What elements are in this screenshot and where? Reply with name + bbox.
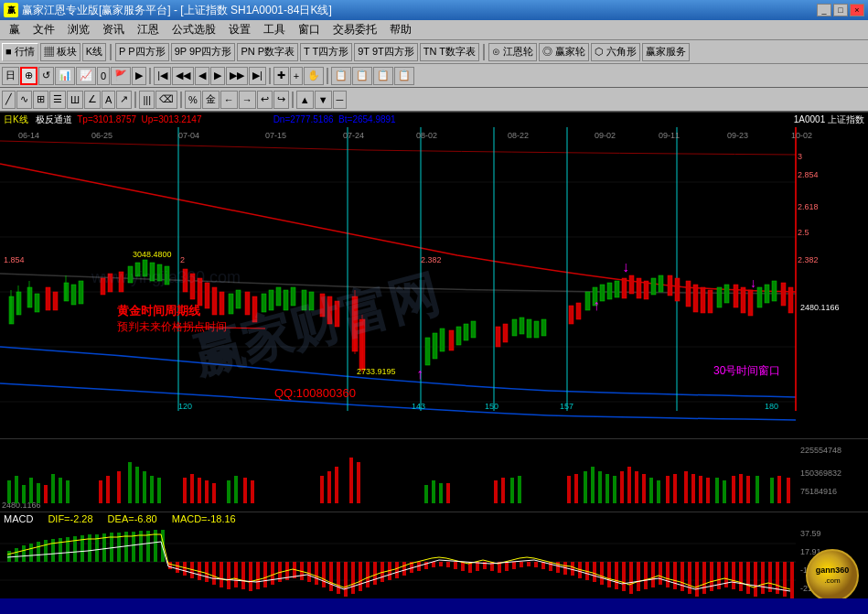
nav-prev-start[interactable]: |◀ bbox=[154, 67, 171, 85]
menu-file[interactable]: 文件 bbox=[27, 20, 60, 39]
draw-candle[interactable]: ||| bbox=[139, 91, 155, 109]
close-button[interactable]: × bbox=[850, 4, 864, 16]
btn-jel[interactable]: ⊙ 江恩轮 bbox=[488, 43, 537, 61]
draw-wave[interactable]: ∿ bbox=[16, 91, 32, 109]
menu-win[interactable]: 赢 bbox=[4, 20, 26, 39]
btn-9t4[interactable]: 9T 9T四方形 bbox=[354, 43, 418, 61]
btn-bk[interactable]: ▦ 板块 bbox=[40, 43, 80, 61]
nav-tools4[interactable]: 📋 bbox=[394, 67, 414, 85]
svg-rect-121 bbox=[734, 285, 738, 307]
svg-text:↑: ↑ bbox=[593, 297, 600, 313]
nav-hand[interactable]: ✋ bbox=[304, 67, 324, 85]
svg-rect-161 bbox=[518, 476, 521, 503]
nav-tools2[interactable]: 📋 bbox=[352, 67, 372, 85]
svg-text:1.854: 1.854 bbox=[4, 255, 25, 264]
svg-rect-319 bbox=[754, 562, 757, 597]
svg-rect-146 bbox=[37, 483, 40, 503]
svg-text:3048.4800: 3048.4800 bbox=[133, 250, 172, 259]
minimize-button[interactable]: _ bbox=[817, 4, 831, 16]
nav-refresh[interactable]: ↺ bbox=[38, 67, 54, 85]
svg-rect-318 bbox=[746, 562, 750, 594]
nav-arrow[interactable]: ▶ bbox=[132, 67, 146, 85]
draw-undo[interactable]: ↩ bbox=[257, 91, 273, 109]
svg-rect-204 bbox=[732, 476, 735, 503]
maximize-button[interactable]: □ bbox=[833, 4, 848, 16]
btn-9p4[interactable]: 9P 9P四方形 bbox=[171, 43, 236, 61]
draw-fan[interactable]: ☰ bbox=[49, 91, 66, 109]
svg-text:↓: ↓ bbox=[750, 275, 756, 290]
svg-text:www.yingjia360.com: www.yingjia360.com bbox=[91, 268, 241, 286]
nav-tools3[interactable]: 📋 bbox=[373, 67, 393, 85]
draw-redo[interactable]: ↪ bbox=[273, 91, 289, 109]
nav-next-end[interactable]: ▶| bbox=[249, 67, 266, 85]
menu-tools[interactable]: 工具 bbox=[258, 20, 291, 39]
menu-formula[interactable]: 公式选股 bbox=[166, 20, 221, 39]
menu-gann[interactable]: 江恩 bbox=[132, 20, 165, 39]
draw-arrow[interactable]: ↗ bbox=[116, 91, 132, 109]
svg-rect-203 bbox=[706, 478, 710, 503]
btn-tnum[interactable]: TN T数字表 bbox=[420, 43, 479, 61]
draw-up[interactable]: ▲ bbox=[296, 91, 314, 109]
draw-pct[interactable]: % bbox=[185, 91, 201, 109]
menu-news[interactable]: 资讯 bbox=[97, 20, 130, 39]
svg-rect-172 bbox=[770, 478, 774, 503]
svg-rect-299 bbox=[607, 562, 611, 587]
svg-rect-95 bbox=[512, 319, 517, 336]
btn-kline[interactable]: K线 bbox=[82, 43, 106, 61]
svg-rect-218 bbox=[15, 548, 18, 562]
nav-chart1[interactable]: 📊 bbox=[55, 67, 75, 85]
menu-window[interactable]: 窗口 bbox=[293, 20, 326, 39]
sep2 bbox=[483, 44, 485, 60]
nav-prev[interactable]: ◀◀ bbox=[172, 67, 194, 85]
svg-rect-69 bbox=[245, 292, 250, 315]
svg-rect-120 bbox=[724, 285, 729, 303]
svg-text:157: 157 bbox=[560, 402, 573, 411]
svg-text:2.382: 2.382 bbox=[421, 255, 442, 264]
svg-rect-205 bbox=[739, 474, 743, 503]
draw-prev[interactable]: ← bbox=[220, 91, 238, 109]
draw-text[interactable]: A bbox=[102, 91, 115, 109]
draw-grid[interactable]: ⊞ bbox=[33, 91, 48, 109]
nav-cross[interactable]: ✚ bbox=[273, 67, 289, 85]
draw-down[interactable]: ▼ bbox=[315, 91, 332, 109]
svg-rect-266 bbox=[366, 562, 370, 587]
svg-rect-199 bbox=[673, 474, 677, 503]
btn-pnum[interactable]: PN P数字表 bbox=[237, 43, 298, 61]
svg-rect-150 bbox=[128, 462, 132, 503]
draw-horiz[interactable]: ─ bbox=[333, 91, 348, 109]
nav-circle[interactable]: ⊕ bbox=[20, 67, 38, 85]
svg-rect-306 bbox=[659, 562, 662, 585]
svg-rect-41 bbox=[35, 294, 39, 312]
nav-play[interactable]: ▶ bbox=[210, 67, 225, 85]
menu-browse[interactable]: 浏览 bbox=[62, 20, 95, 39]
svg-rect-197 bbox=[642, 474, 646, 503]
draw-fib[interactable]: Ш bbox=[67, 91, 83, 109]
draw-clear[interactable]: ⌫ bbox=[155, 91, 177, 109]
btn-hex[interactable]: ⬡ 六角形 bbox=[591, 43, 640, 61]
menu-trade[interactable]: 交易委托 bbox=[327, 20, 382, 39]
nav-plus[interactable]: + bbox=[290, 67, 303, 85]
menu-settings[interactable]: 设置 bbox=[223, 20, 256, 39]
nav-tools1[interactable]: 📋 bbox=[331, 67, 351, 85]
btn-t4[interactable]: T T四方形 bbox=[300, 43, 352, 61]
window-controls[interactable]: _ □ × bbox=[817, 4, 864, 16]
nav-zero[interactable]: 0 bbox=[97, 67, 110, 85]
nav-day[interactable]: 日 bbox=[2, 67, 19, 85]
btn-service[interactable]: 赢家服务 bbox=[642, 43, 690, 61]
nav-next1[interactable]: ▶▶ bbox=[226, 67, 248, 85]
nav-chart2[interactable]: 📈 bbox=[76, 67, 96, 85]
nav-prev1[interactable]: ◀ bbox=[195, 67, 209, 85]
btn-p4[interactable]: P P四方形 bbox=[115, 43, 169, 61]
svg-rect-220 bbox=[29, 544, 33, 562]
svg-rect-309 bbox=[680, 562, 684, 591]
btn-yjl[interactable]: ◎ 赢家轮 bbox=[539, 43, 589, 61]
draw-gold[interactable]: 金 bbox=[202, 91, 220, 109]
menu-help[interactable]: 帮助 bbox=[384, 20, 417, 39]
btn-hq[interactable]: ■ 行情 bbox=[2, 43, 38, 61]
nav-flag[interactable]: 🚩 bbox=[111, 67, 131, 85]
svg-rect-267 bbox=[373, 562, 377, 585]
draw-line[interactable]: ╱ bbox=[2, 91, 16, 109]
svg-rect-106 bbox=[615, 281, 619, 297]
draw-angle[interactable]: ∠ bbox=[84, 91, 101, 109]
draw-next[interactable]: → bbox=[239, 91, 256, 109]
